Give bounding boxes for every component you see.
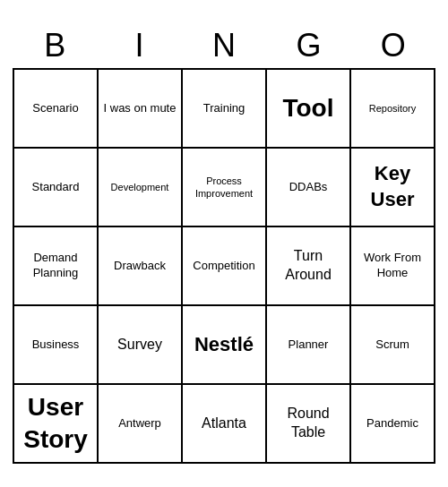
- header-letter-g: G: [266, 23, 350, 68]
- cell-r3-c0: Business: [14, 306, 99, 385]
- cell-r0-c1: I was on mute: [99, 70, 183, 149]
- cell-r0-c2: Training: [183, 70, 267, 149]
- cell-r4-c2: Atlanta: [183, 385, 267, 464]
- cell-r0-c3: Tool: [267, 70, 351, 149]
- cell-r3-c2: Nestlé: [183, 306, 267, 385]
- cell-r2-c2: Competition: [183, 227, 267, 306]
- header-letter-o: O: [351, 23, 435, 68]
- cell-r2-c3: Turn Around: [267, 227, 351, 306]
- cell-r0-c4: Repository: [351, 70, 435, 149]
- bingo-grid: ScenarioI was on muteTrainingToolReposit…: [13, 68, 435, 464]
- cell-r4-c4: Pandemic: [351, 385, 435, 464]
- cell-r2-c4: Work From Home: [351, 227, 435, 306]
- header-letter-b: B: [13, 23, 97, 68]
- cell-r3-c1: Survey: [99, 306, 183, 385]
- bingo-card: BINGO ScenarioI was on muteTrainingToolR…: [9, 20, 439, 467]
- cell-r4-c0: User Story: [14, 385, 99, 464]
- cell-r1-c0: Standard: [14, 149, 99, 227]
- cell-r1-c2: Process Improvement: [183, 149, 267, 227]
- cell-r4-c3: Round Table: [267, 385, 351, 464]
- cell-r2-c1: Drawback: [99, 227, 183, 306]
- cell-r1-c1: Development: [99, 149, 183, 227]
- cell-r3-c3: Planner: [267, 306, 351, 385]
- cell-r1-c4: Key User: [351, 149, 435, 227]
- header-letter-n: N: [182, 23, 266, 68]
- cell-r3-c4: Scrum: [351, 306, 435, 385]
- cell-r1-c3: DDABs: [267, 149, 351, 227]
- cell-r4-c1: Antwerp: [99, 385, 183, 464]
- cell-r0-c0: Scenario: [14, 70, 99, 149]
- bingo-header: BINGO: [13, 23, 435, 68]
- header-letter-i: I: [97, 23, 181, 68]
- cell-r2-c0: Demand Planning: [14, 227, 99, 306]
